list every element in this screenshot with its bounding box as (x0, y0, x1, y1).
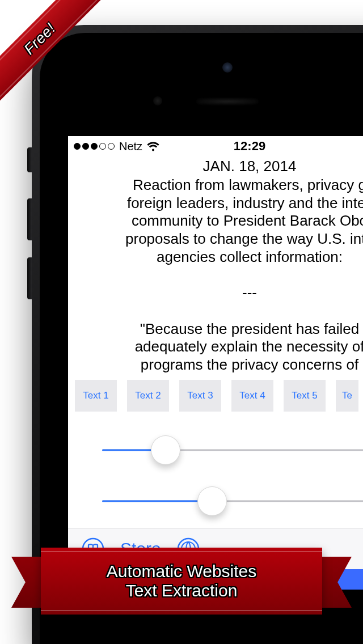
banner-line-2: Text Extraction (126, 581, 238, 601)
slider-1-thumb[interactable] (151, 435, 180, 465)
clock: 12:29 (68, 139, 363, 154)
article-content: JAN. 18, 2014 Reaction from lawmakers, p… (68, 158, 363, 374)
text-tabs: Text 1 Text 2 Text 3 Text 4 Text 5 Te (68, 374, 363, 422)
volume-down-button (27, 257, 32, 299)
feature-banner: Automatic Websites Text Extraction (0, 548, 363, 644)
status-bar: Netz 12:29 (68, 136, 363, 156)
banner-line-1: Automatic Websites (107, 562, 257, 582)
slider-2[interactable] (102, 484, 363, 518)
front-camera (222, 62, 233, 73)
tab-text-2[interactable]: Text 2 (127, 380, 169, 412)
slider-1[interactable] (102, 433, 363, 467)
app-screen: Netz 12:29 JAN. 18, 2014 Reaction from l… (68, 136, 363, 590)
mute-switch (27, 147, 32, 172)
article-date: JAN. 18, 2014 (73, 158, 363, 175)
tab-text-1[interactable]: Text 1 (75, 380, 117, 412)
tab-text-5[interactable]: Text 5 (284, 380, 326, 412)
proximity-sensor (153, 96, 162, 105)
volume-up-button (27, 198, 32, 240)
tab-text-4[interactable]: Text 4 (231, 380, 273, 412)
article-body: Reaction from lawmakers, privacy g forei… (73, 176, 363, 374)
tab-text-3[interactable]: Text 3 (179, 380, 221, 412)
earpiece-speaker (196, 98, 259, 105)
tab-text-6[interactable]: Te (336, 380, 358, 412)
slider-2-thumb[interactable] (197, 486, 227, 516)
